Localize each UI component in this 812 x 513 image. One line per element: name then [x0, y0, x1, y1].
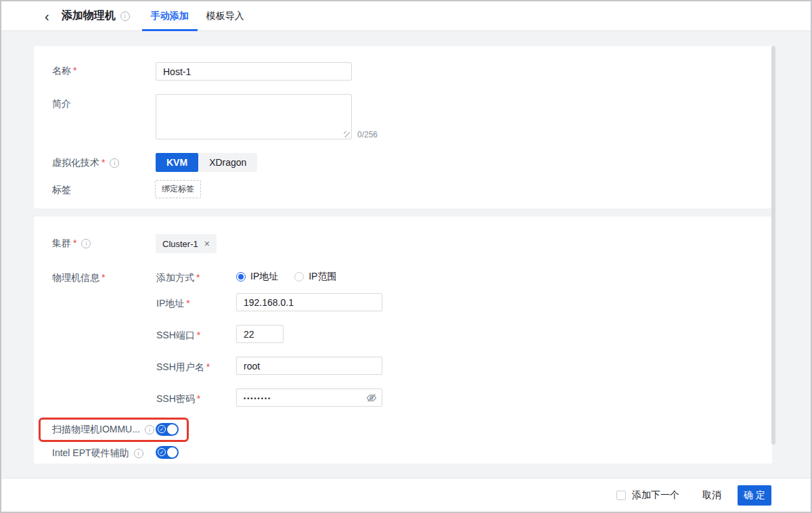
tab-bar: 手动添加 模板导入	[142, 1, 253, 31]
virtualization-option-xdragon[interactable]: XDragon	[198, 153, 257, 172]
textarea-resize-handle[interactable]	[344, 131, 350, 137]
tab-template-import[interactable]: 模板导入	[198, 1, 253, 31]
ssh-password-input[interactable]	[236, 388, 382, 407]
footer-action-bar: 添加下一个 取消 确 定	[1, 478, 811, 512]
host-info-card: 集群*i Cluster-1 × 物理机信息* 添加方式* IP地址 IP范围 …	[34, 217, 772, 464]
ssh-port-input[interactable]	[236, 325, 284, 343]
intel-ept-label: Intel EPT硬件辅助i	[52, 447, 143, 460]
cluster-info-icon[interactable]: i	[81, 239, 91, 248]
virtualization-label: 虚拟化技术*i	[52, 157, 119, 169]
bind-tags-button[interactable]: 绑定标签	[155, 180, 201, 198]
required-mark: *	[73, 65, 76, 76]
ssh-port-label: SSH端口*	[156, 330, 200, 342]
intel-ept-toggle[interactable]: ✓	[156, 446, 179, 459]
add-physical-host-dialog: ‹ 添加物理机 i 手动添加 模板导入 名称* 简介 0/256 虚拟化技术*i…	[0, 0, 812, 513]
radio-unselected-icon	[294, 272, 304, 282]
page-title: 添加物理机	[62, 9, 116, 23]
name-label: 名称*	[52, 65, 76, 77]
description-label: 简介	[52, 98, 71, 110]
radio-ip-address-label: IP地址	[250, 271, 278, 283]
add-method-radio-group: IP地址 IP范围	[236, 271, 336, 283]
scrollbar-thumb[interactable]	[771, 46, 775, 445]
scan-iommu-info-icon[interactable]: i	[145, 425, 154, 434]
radio-ip-range-label: IP范围	[309, 271, 336, 283]
required-mark: *	[102, 272, 105, 283]
toggle-check-icon: ✓	[158, 425, 166, 433]
required-mark: *	[196, 272, 200, 283]
tags-label: 标签	[52, 184, 71, 196]
toggle-check-icon: ✓	[158, 448, 166, 456]
virtualization-info-icon[interactable]: i	[110, 158, 119, 168]
ip-address-label: IP地址*	[156, 298, 190, 310]
header: ‹ 添加物理机 i 手动添加 模板导入	[1, 1, 811, 31]
required-mark: *	[102, 157, 105, 168]
title-info-icon[interactable]: i	[120, 12, 130, 21]
toggle-knob	[167, 447, 177, 458]
toggle-knob	[167, 424, 177, 434]
radio-ip-range[interactable]: IP范围	[294, 271, 336, 283]
add-next-checkbox[interactable]	[616, 491, 626, 500]
cluster-label: 集群*i	[52, 238, 91, 250]
add-next-label: 添加下一个	[632, 489, 679, 501]
basic-info-card: 名称* 简介 0/256 虚拟化技术*i KVM XDragon 标签 绑定标签	[34, 46, 772, 208]
required-mark: *	[73, 238, 76, 248]
required-mark: *	[197, 393, 200, 404]
cancel-button[interactable]: 取消	[702, 489, 721, 501]
ssh-username-label: SSH用户名*	[156, 361, 210, 374]
ssh-password-label: SSH密码*	[156, 393, 200, 405]
radio-selected-icon	[236, 272, 246, 282]
ssh-username-input[interactable]	[236, 357, 382, 375]
required-mark: *	[186, 298, 189, 309]
cluster-chip: Cluster-1 ×	[156, 234, 217, 253]
password-visibility-icon[interactable]	[366, 393, 767, 406]
description-char-counter: 0/256	[357, 130, 378, 139]
required-mark: *	[206, 361, 210, 372]
back-icon[interactable]: ‹	[42, 9, 52, 23]
name-input[interactable]	[156, 62, 352, 81]
description-textarea[interactable]	[156, 94, 352, 139]
tab-manual-add[interactable]: 手动添加	[142, 1, 198, 31]
ip-address-input[interactable]	[236, 293, 382, 311]
confirm-button[interactable]: 确 定	[738, 485, 771, 506]
intel-ept-info-icon[interactable]: i	[134, 449, 143, 458]
cluster-chip-value: Cluster-1	[162, 239, 198, 249]
cluster-remove-icon[interactable]: ×	[204, 239, 210, 248]
radio-ip-address[interactable]: IP地址	[236, 271, 278, 283]
required-mark: *	[197, 330, 200, 340]
host-info-label: 物理机信息*	[52, 272, 105, 284]
scan-iommu-label: 扫描物理机IOMMU...i	[52, 424, 154, 436]
add-next-checkbox-group[interactable]: 添加下一个	[616, 489, 679, 501]
virtualization-segmented-control: KVM XDragon	[156, 153, 257, 172]
scan-iommu-toggle[interactable]: ✓	[156, 423, 179, 436]
add-method-label: 添加方式*	[156, 272, 200, 284]
virtualization-option-kvm[interactable]: KVM	[156, 153, 198, 172]
